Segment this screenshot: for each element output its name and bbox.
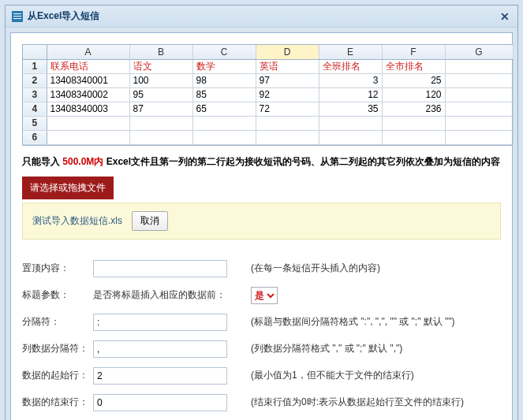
col-G[interactable]: G <box>445 45 513 59</box>
cell[interactable] <box>445 73 513 87</box>
row-4[interactable]: 4 <box>23 102 47 116</box>
title-param-select[interactable]: 是 否 <box>251 287 278 304</box>
cell[interactable] <box>319 130 382 144</box>
excel-preview: A B C D E F G 1 联系电话 语文 数学 英语 全班排名 全市排名 <box>22 44 513 146</box>
sep-label: 分隔符： <box>22 315 93 329</box>
cell[interactable]: 65 <box>192 102 256 116</box>
colsep-input[interactable] <box>93 340 227 358</box>
col-D[interactable]: D <box>256 45 319 59</box>
cell[interactable]: 98 <box>192 73 256 87</box>
title-param-label: 标题参数： <box>22 288 93 302</box>
import-excel-dialog: 从Excel导入短信 ✕ A B C D E F G <box>5 5 518 420</box>
col-B[interactable]: B <box>129 45 192 59</box>
col-C[interactable]: C <box>192 45 256 59</box>
cell[interactable] <box>445 116 513 130</box>
cell[interactable] <box>445 59 513 73</box>
cell[interactable]: 92 <box>256 87 319 102</box>
colsep-hint: (列数据分隔符格式 "," 或 ";" 默认 ",") <box>251 342 402 355</box>
endrow-label: 数据的结束行： <box>22 396 93 409</box>
dialog-titlebar: 从Excel导入短信 ✕ <box>6 6 517 28</box>
cell[interactable]: 100 <box>129 73 192 87</box>
cell[interactable]: 35 <box>319 102 382 116</box>
import-form: 置顶内容： (在每一条短信开头插入的内容) 标题参数： 是否将标题插入相应的数据… <box>22 260 501 411</box>
cell[interactable]: 3 <box>319 73 382 87</box>
excel-corner <box>23 45 47 59</box>
cell[interactable]: 85 <box>192 87 256 102</box>
selected-filename: 测试导入数据短信.xls <box>32 214 122 228</box>
col-E[interactable]: E <box>319 45 382 59</box>
startrow-input[interactable] <box>93 367 227 385</box>
cell[interactable]: 13408340003 <box>47 102 129 116</box>
file-cancel-button[interactable]: 取消 <box>132 211 168 231</box>
prefix-label: 置顶内容： <box>22 262 93 275</box>
cell[interactable] <box>445 130 513 144</box>
cell[interactable]: 25 <box>382 73 445 87</box>
sep-hint: (标题与数据间分隔符格式 ":", ",", "" 或 ";" 默认 "") <box>251 315 455 329</box>
row-6[interactable]: 6 <box>23 130 47 144</box>
endrow-input[interactable] <box>93 394 227 411</box>
sep-input[interactable] <box>93 314 227 331</box>
cell[interactable]: 12 <box>319 87 382 102</box>
cell[interactable]: 13408340002 <box>47 87 129 102</box>
cell[interactable]: 全班排名 <box>319 59 382 73</box>
svg-rect-2 <box>13 16 21 17</box>
title-param-inline: 是否将标题插入相应的数据前： <box>93 288 235 302</box>
cell[interactable] <box>192 116 256 130</box>
cell[interactable]: 13408340001 <box>47 73 129 87</box>
cell[interactable]: 97 <box>256 73 319 87</box>
svg-rect-3 <box>13 18 21 19</box>
col-F[interactable]: F <box>382 45 445 59</box>
endrow-hint: (结束行值为0时:表示从数据起始行至文件的结束行) <box>251 396 464 409</box>
cell[interactable] <box>256 116 319 130</box>
cell[interactable]: 语文 <box>129 59 192 73</box>
cell[interactable] <box>192 130 256 144</box>
cell[interactable] <box>319 116 382 130</box>
col-A[interactable]: A <box>47 45 129 59</box>
prefix-input[interactable] <box>93 260 227 277</box>
import-note: 只能导入 500.0M内 Excel文件且第一列的第二行起为接收短讯的号码、从第… <box>22 155 501 169</box>
row-5[interactable]: 5 <box>23 116 47 130</box>
colsep-label: 列数据分隔符： <box>22 342 93 355</box>
dialog-title: 从Excel导入短信 <box>28 9 499 23</box>
cell[interactable] <box>445 102 513 116</box>
cell[interactable]: 87 <box>129 102 192 116</box>
selected-file-box: 测试导入数据短信.xls 取消 <box>22 203 501 240</box>
cell[interactable]: 236 <box>382 102 445 116</box>
choose-or-drop-file-button[interactable]: 请选择或拖拽文件 <box>22 177 114 199</box>
dialog-content: A B C D E F G 1 联系电话 语文 数学 英语 全班排名 全市排名 <box>10 32 513 420</box>
note-limit: 500.0M内 <box>62 156 103 167</box>
startrow-label: 数据的起始行： <box>22 369 93 382</box>
cell[interactable] <box>382 116 445 130</box>
cell[interactable]: 全市排名 <box>382 59 445 73</box>
cell[interactable]: 72 <box>256 102 319 116</box>
cell[interactable]: 数学 <box>192 59 256 73</box>
excel-icon <box>12 11 23 22</box>
cell[interactable] <box>382 130 445 144</box>
row-1[interactable]: 1 <box>23 59 47 73</box>
row-2[interactable]: 2 <box>23 73 47 87</box>
cell[interactable]: 120 <box>382 87 445 102</box>
cell[interactable] <box>129 116 192 130</box>
dialog-close-button[interactable]: ✕ <box>499 10 511 23</box>
prefix-hint: (在每一条短信开头插入的内容) <box>251 262 380 275</box>
cell[interactable]: 英语 <box>256 59 319 73</box>
cell[interactable] <box>47 130 129 144</box>
cell[interactable] <box>47 116 129 130</box>
cell[interactable] <box>129 130 192 144</box>
cell[interactable]: 联系电话 <box>47 59 129 73</box>
cell[interactable]: 95 <box>129 87 192 102</box>
svg-rect-1 <box>13 13 21 14</box>
cell[interactable] <box>445 87 513 102</box>
note-text2: Excel文件且第一列的第二行起为接收短讯的号码、从第二列起的其它列依次叠加为短… <box>103 156 500 167</box>
row-3[interactable]: 3 <box>23 87 47 102</box>
cell[interactable] <box>256 130 319 144</box>
startrow-hint: (最小值为1，但不能大于文件的结束行) <box>251 369 414 382</box>
note-text: 只能导入 <box>22 156 62 167</box>
